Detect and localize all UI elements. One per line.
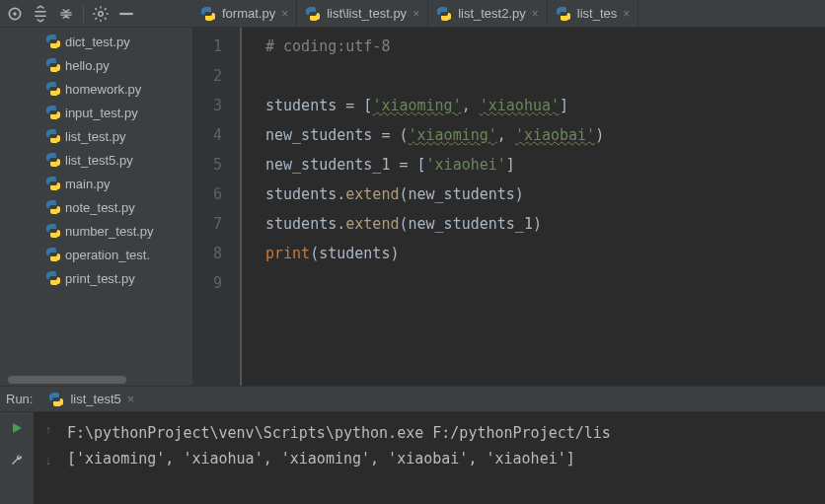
tab-label: list_test2.py (458, 6, 526, 21)
file-name: dict_test.py (65, 35, 130, 49)
close-icon[interactable]: × (127, 392, 135, 406)
close-icon[interactable]: × (412, 7, 419, 21)
file-item[interactable]: dict_test.py (0, 30, 192, 53)
file-item[interactable]: input_test.py (0, 101, 192, 124)
close-icon[interactable]: × (532, 7, 539, 21)
line-number: 2 (192, 61, 222, 91)
tab-label: format.py (222, 6, 275, 21)
line-number: 8 (192, 239, 222, 268)
file-tree[interactable]: dict_test.pyhello.pyhomework.pyinput_tes… (0, 28, 192, 372)
file-item[interactable]: print_test.py (0, 266, 192, 290)
line-number: 5 (192, 150, 222, 180)
sidebar-toolbar (0, 0, 192, 28)
sidebar-scrollbar[interactable] (0, 376, 192, 386)
editor[interactable]: 123456789 # coding:utf-8 students = ['xi… (192, 28, 825, 386)
run-nav: ↑ ↓ (34, 412, 63, 504)
project-sidebar: dict_test.pyhello.pyhomework.pyinput_tes… (0, 0, 192, 386)
run-output[interactable]: F:\pythonProject\venv\Scripts\python.exe… (63, 412, 825, 504)
close-icon[interactable]: × (623, 7, 630, 21)
close-icon[interactable]: × (281, 7, 288, 21)
file-name: list_test.py (65, 129, 125, 144)
gear-icon[interactable] (92, 5, 110, 23)
line-number: 7 (192, 209, 222, 239)
run-toolbar (0, 412, 34, 504)
editor-tab[interactable]: list_test2.py× (428, 0, 548, 27)
file-item[interactable]: list_test5.py (0, 148, 192, 172)
file-name: print_test.py (65, 271, 135, 286)
run-panel: Run: list_test5 × ↑ ↓ F:\pythonProject\v… (0, 386, 825, 504)
file-item[interactable]: main.py (0, 172, 192, 195)
tab-label: list_tes (577, 6, 617, 21)
file-item[interactable]: hello.py (0, 53, 192, 77)
file-name: input_test.py (65, 106, 138, 120)
wrench-icon[interactable] (9, 453, 25, 471)
file-name: hello.py (65, 58, 110, 73)
python-icon (48, 392, 64, 407)
editor-tab[interactable]: list_tes× (548, 0, 638, 27)
expand-icon[interactable] (32, 5, 49, 23)
file-item[interactable]: note_test.py (0, 195, 192, 219)
collapse-icon[interactable] (57, 5, 75, 23)
line-number: 3 (192, 91, 222, 120)
arrow-down-icon[interactable]: ↓ (45, 453, 52, 468)
file-name: operation_test. (65, 248, 150, 262)
editor-tabs: format.py×list\list_test.py×list_test2.p… (192, 0, 825, 28)
run-label: Run: (6, 392, 33, 406)
line-gutter: 123456789 (192, 28, 240, 386)
editor-tab[interactable]: list\list_test.py× (297, 0, 428, 27)
editor-area: format.py×list\list_test.py×list_test2.p… (192, 0, 825, 386)
line-number: 4 (192, 120, 222, 150)
editor-tab[interactable]: format.py× (192, 0, 297, 27)
file-name: homework.py (65, 82, 141, 97)
arrow-up-icon[interactable]: ↑ (45, 422, 52, 437)
code-content[interactable]: # coding:utf-8 students = ['xiaoming', '… (242, 28, 825, 386)
run-tab[interactable]: list_test5 × (40, 387, 142, 411)
svg-point-1 (13, 12, 16, 15)
tab-label: list\list_test.py (327, 6, 407, 21)
svg-rect-3 (119, 12, 133, 14)
file-name: note_test.py (65, 200, 135, 215)
svg-point-2 (99, 11, 104, 16)
line-number: 1 (192, 32, 222, 61)
line-number: 6 (192, 180, 222, 209)
file-item[interactable]: operation_test. (0, 243, 192, 266)
file-item[interactable]: list_test.py (0, 124, 192, 148)
target-icon[interactable] (6, 5, 24, 23)
run-tab-label: list_test5 (70, 392, 120, 406)
separator (83, 5, 84, 23)
minimize-icon[interactable] (117, 5, 135, 23)
file-item[interactable]: homework.py (0, 77, 192, 101)
file-name: list_test5.py (65, 153, 133, 168)
file-item[interactable]: number_test.py (0, 219, 192, 243)
rerun-icon[interactable] (9, 420, 25, 439)
file-name: main.py (65, 177, 111, 191)
file-name: number_test.py (65, 224, 154, 239)
line-number: 9 (192, 268, 222, 298)
run-header: Run: list_test5 × (0, 387, 825, 412)
